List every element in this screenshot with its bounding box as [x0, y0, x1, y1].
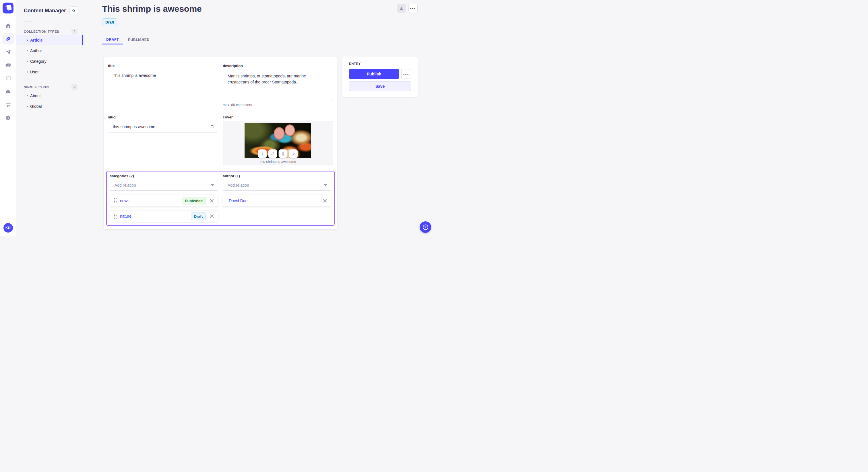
strapi-logo[interactable] [3, 3, 13, 13]
collection-types-label: COLLECTION TYPES [24, 30, 59, 33]
collection-types-count-badge: 4 [71, 29, 78, 34]
relation-row-news: news Published [110, 195, 218, 207]
link-icon [271, 152, 275, 156]
content-manager-sidebar: Content Manager COLLECTION TYPES 4 Artic… [17, 0, 83, 236]
search-button[interactable] [69, 6, 78, 15]
entry-more-button[interactable]: ●●● [401, 69, 411, 79]
save-button[interactable]: Save [349, 81, 411, 91]
single-types-header: SINGLE TYPES 2 [17, 84, 83, 90]
cover-field-label: cover [223, 115, 333, 119]
relation-link-david-doe[interactable]: David Doe [229, 198, 247, 203]
relation-status-badge: Published [182, 197, 206, 204]
sidebar-item-article[interactable]: Article [17, 35, 83, 45]
single-types-label: SINGLE TYPES [24, 86, 50, 89]
help-button[interactable]: ? [420, 222, 431, 233]
nav-content-manager-button[interactable] [2, 33, 14, 44]
marketplace-cart-icon [5, 102, 11, 108]
nav-media-library-button[interactable] [2, 59, 14, 71]
top-actions: ●●● [397, 4, 417, 13]
description-field-label: description [223, 64, 333, 68]
title-field: title [108, 64, 218, 81]
categories-field: categories (2) news Published [110, 174, 218, 222]
cover-copy-link-button[interactable] [268, 149, 277, 158]
relation-row-nature: nature Draft [110, 210, 218, 222]
settings-gear-icon [5, 115, 11, 121]
sidebar-item-global[interactable]: Global [17, 101, 83, 111]
layout-icon [5, 75, 11, 81]
bullet-icon [27, 61, 28, 62]
tab-draft[interactable]: DRAFT [102, 35, 123, 44]
sidebar-item-label: Author [30, 48, 42, 53]
sidebar-item-label: Category [30, 59, 46, 64]
cover-add-button[interactable] [258, 149, 267, 158]
nav-home-button[interactable] [2, 20, 14, 31]
entry-panel: ENTRY Publish ●●● Save [342, 57, 417, 97]
media-library-icon [5, 62, 11, 68]
bullet-icon [27, 71, 28, 72]
nav-release-button[interactable] [2, 46, 14, 58]
sidebar-item-category[interactable]: Category [17, 56, 83, 67]
title-field-label: title [108, 64, 218, 68]
logo-zone [0, 0, 16, 16]
remove-relation-icon[interactable] [210, 199, 214, 203]
slug-input[interactable] [108, 121, 218, 133]
cover-delete-button[interactable] [279, 149, 288, 158]
nav-marketplace-button[interactable] [2, 99, 14, 110]
bullet-icon [27, 95, 28, 96]
question-mark-icon: ? [423, 225, 428, 230]
send-plane-icon [5, 49, 11, 55]
cover-panel: this-shrimp-is-awesome [223, 121, 333, 165]
cover-actions [258, 149, 298, 158]
page-title: This shrimp is awesome [102, 4, 202, 14]
nav-content-type-builder-button[interactable] [2, 72, 14, 84]
sidebar-item-author[interactable]: Author [17, 45, 83, 56]
description-textarea[interactable]: Mantis shrimps, or stomatopods, are mari… [223, 70, 333, 100]
relation-status-badge: Draft [191, 212, 206, 220]
author-add-relation-input[interactable] [223, 180, 331, 191]
main-content: This shrimp is awesome ●●● Draft DRAFT P… [83, 0, 434, 236]
bullet-icon [27, 40, 28, 41]
relation-link-news[interactable]: news [120, 198, 129, 203]
sidebar-item-label: User [30, 70, 39, 74]
tab-published[interactable]: PUBLISHED [123, 35, 155, 44]
sidebar-title: Content Manager [24, 8, 66, 14]
nav-settings-button[interactable] [2, 112, 14, 124]
collection-types-header: COLLECTION TYPES 4 [17, 28, 83, 35]
navbar-icon-list [2, 20, 14, 124]
sidebar-item-label: About [30, 94, 41, 98]
search-icon [72, 9, 76, 12]
slug-field: slug [108, 115, 218, 133]
description-hint: max. 80 characters [223, 103, 333, 107]
drag-handle-icon[interactable] [114, 214, 117, 219]
cover-field: cover [223, 115, 333, 165]
edit-form-card: title description Mantis shrimps, or sto… [104, 57, 337, 229]
entry-panel-title: ENTRY [349, 62, 411, 65]
bullet-icon [27, 50, 28, 51]
export-download-button[interactable] [397, 4, 406, 13]
user-avatar[interactable]: KD [3, 223, 13, 233]
cover-edit-button[interactable] [289, 149, 298, 158]
sidebar-divider [24, 21, 31, 22]
title-input[interactable] [108, 70, 218, 81]
sidebar-item-label: Global [30, 104, 42, 109]
sidebar-item-about[interactable]: About [17, 91, 83, 101]
categories-add-relation-input[interactable] [110, 180, 218, 191]
drag-handle-icon[interactable] [114, 198, 117, 203]
strapi-app: KD Content Manager COLLECTION TYPES 4 Ar… [0, 0, 434, 236]
nav-deploy-button[interactable] [2, 86, 14, 97]
header-more-button[interactable]: ●●● [408, 4, 417, 13]
author-add-relation [223, 180, 331, 191]
sidebar-item-user[interactable]: User [17, 67, 83, 77]
bullet-icon [27, 106, 28, 107]
regenerate-slug-icon[interactable] [210, 125, 214, 129]
remove-relation-icon[interactable] [210, 214, 214, 218]
remove-relation-icon[interactable] [323, 199, 327, 203]
tab-bar: DRAFT PUBLISHED [102, 35, 155, 44]
single-types-count-badge: 2 [71, 84, 78, 90]
relation-link-nature[interactable]: nature [120, 214, 131, 218]
author-field: author (1) David Doe [223, 174, 331, 207]
trash-icon [281, 152, 285, 156]
pencil-icon [291, 152, 296, 156]
content-manager-feather-icon [5, 36, 11, 42]
publish-button[interactable]: Publish [349, 69, 399, 79]
